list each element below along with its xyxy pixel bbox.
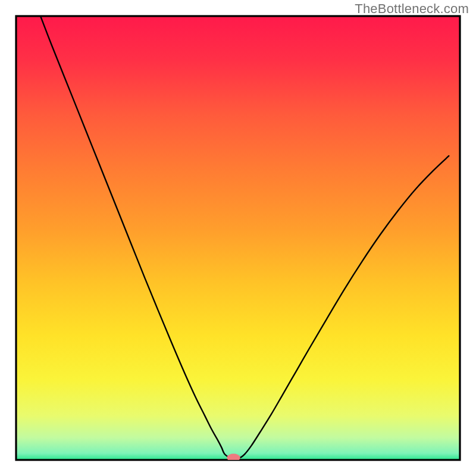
watermark-text: TheBottleneck.com [355,1,469,17]
bottleneck-chart [0,0,476,476]
gradient-background [16,16,460,460]
